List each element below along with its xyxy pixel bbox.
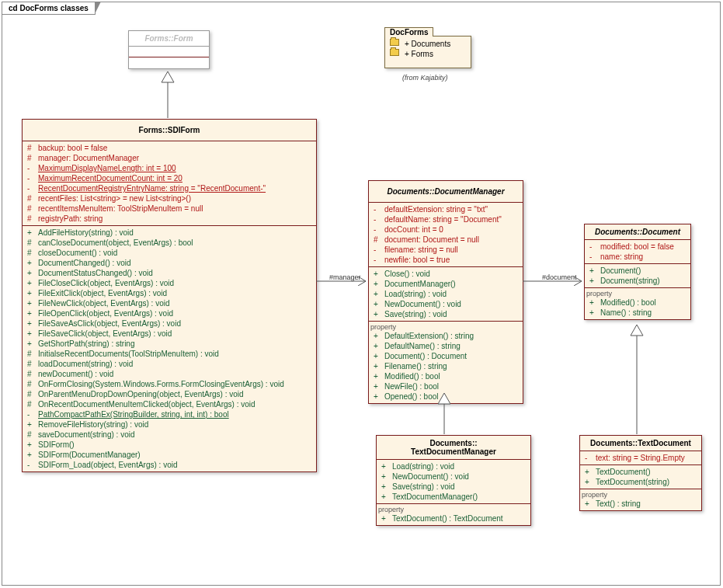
member-row: #loadDocument(string) : void <box>27 359 311 369</box>
member-row: +FileExitClick(object, EventArgs) : void <box>27 288 311 298</box>
member-row: -MaximumRecentDocumentCount: int = 20 <box>27 173 311 183</box>
property-label: property <box>370 323 518 331</box>
member-row: +Opened() : bool <box>374 391 518 402</box>
member-row: +DefaultExtension() : string <box>374 331 518 341</box>
member-row: -MaximumDisplayNameLength: int = 100 <box>27 163 311 173</box>
member-row: +TextDocumentManager() <box>381 492 526 502</box>
class-title: Forms::SDIForm <box>23 120 316 141</box>
member-row: +Save(string) : void <box>381 482 526 492</box>
role-manager-label: #manager <box>329 273 361 281</box>
member-row: +FileNewClick(object, EventArgs) : void <box>27 298 311 308</box>
member-row: +Modified() : bool <box>589 297 686 308</box>
member-row: #manager: DocumentManager <box>27 153 311 163</box>
member-row: +DocumentManager() <box>374 279 518 289</box>
member-row: #OnRecentDocumentMenuItemClicked(object,… <box>27 399 311 409</box>
member-row: +TextDocument() <box>585 467 697 477</box>
member-row: -PathCompactPathEx(StringBuilder, string… <box>27 409 311 419</box>
member-row: +FileSaveClick(object, EventArgs) : void <box>27 329 311 339</box>
member-row: +Document(string) <box>589 276 686 286</box>
member-row: +FileCloseClick(object, EventArgs) : voi… <box>27 278 311 288</box>
class-title: Documents::DocumentManager <box>369 181 523 203</box>
member-row: #document: Document = null <box>374 235 518 245</box>
diagram-title-tab: cd DocForms classes <box>2 2 96 15</box>
member-row: +GetShortPath(string) : string <box>27 339 311 349</box>
package-item: + Documents <box>390 39 466 49</box>
class-sdiform: Forms::SDIForm #backup: bool = false#man… <box>22 119 317 472</box>
diagram-title: cd DocForms classes <box>9 4 89 12</box>
member-row: +Close() : void <box>374 269 518 279</box>
folder-icon <box>390 49 399 56</box>
member-row: +Name() : string <box>589 308 686 318</box>
member-row: +NewFile() : bool <box>374 381 518 391</box>
member-row: +DocumentChanged() : void <box>27 258 311 268</box>
member-row: #registryPath: string <box>27 214 311 224</box>
member-row: +SDIForm() <box>27 440 311 450</box>
member-row: +NewDocument() : void <box>381 471 526 482</box>
member-row: -defaultExtension: string = "txt" <box>374 204 518 214</box>
property-label: property <box>582 491 697 499</box>
class-forms-form: Forms::Form <box>128 30 210 69</box>
package-from-label: (from Kajabity) <box>402 74 448 82</box>
member-row: #canCloseDocument(object, EventArgs) : b… <box>27 238 311 248</box>
property-label: property <box>586 290 686 297</box>
member-row: +Load(string) : void <box>381 461 526 471</box>
package-docforms: DocForms + Documents + Forms <box>384 36 471 68</box>
member-row: #InitialseRecentDocuments(ToolStripMenuI… <box>27 349 311 359</box>
member-row: +Load(string) : void <box>374 289 518 299</box>
class-documentmanager: Documents::DocumentManager -defaultExten… <box>368 180 523 404</box>
member-row: -modified: bool = false <box>589 242 686 252</box>
class-title: Documents::Document <box>585 224 690 240</box>
diagram-frame: cd DocForms classes Forms::Form DocForms… <box>2 2 721 586</box>
member-row: #newDocument() : void <box>27 369 311 379</box>
member-row: -text: string = String.Empty <box>585 453 697 463</box>
member-row: +Modified() : bool <box>374 371 518 381</box>
member-row: -filename: string = null <box>374 245 518 255</box>
member-row: #OnFormClosing(System.Windows.Forms.Form… <box>27 379 311 389</box>
member-row: -name: string <box>589 252 686 262</box>
member-row: +RemoveFileHistory(string) : void <box>27 419 311 430</box>
member-row: +Text() : string <box>585 499 697 509</box>
member-row: #backup: bool = false <box>27 143 311 153</box>
member-row: -newfile: bool = true <box>374 255 518 265</box>
property-label: property <box>378 506 526 513</box>
member-row: +NewDocument() : void <box>374 299 518 309</box>
member-row: +AddFileHistory(string) : void <box>27 228 311 238</box>
member-row: +Filename() : string <box>374 361 518 371</box>
class-title: Documents:: TextDocumentManager <box>377 436 530 460</box>
member-row: -docCount: int = 0 <box>374 224 518 235</box>
member-row: +DefaultName() : string <box>374 341 518 351</box>
class-document: Documents::Document -modified: bool = fa… <box>584 224 691 320</box>
member-row: +SDIForm(DocumentManager) <box>27 450 311 460</box>
member-row: +TextDocument() : TextDocument <box>381 513 526 524</box>
member-row: +TextDocument(string) <box>585 477 697 487</box>
member-row: -defaultName: string = "Document" <box>374 214 518 224</box>
class-title: Documents::TextDocument <box>580 436 701 451</box>
class-title: Forms::Form <box>129 31 209 47</box>
member-row: -RecentDocumentRegistryEntryName: string… <box>27 183 311 193</box>
class-textdocument: Documents::TextDocument -text: string = … <box>579 435 702 511</box>
member-row: #saveDocument(string) : void <box>27 430 311 440</box>
package-tab: DocForms <box>384 27 433 37</box>
package-item: + Forms <box>390 49 466 59</box>
member-row: #recentItemsMenuItem: ToolStripMenuItem … <box>27 204 311 214</box>
member-row: +Document() <box>589 266 686 276</box>
member-row: -SDIForm_Load(object, EventArgs) : void <box>27 460 311 470</box>
folder-icon <box>390 39 399 46</box>
member-row: +FileOpenClick(object, EventArgs) : void <box>27 308 311 318</box>
member-row: +Document() : Document <box>374 351 518 361</box>
member-row: #OnParentMenuDropDownOpening(object, Eve… <box>27 389 311 399</box>
member-row: #recentFiles: List<string> = new List<st… <box>27 193 311 204</box>
member-row: +FileSaveAsClick(object, EventArgs) : vo… <box>27 318 311 329</box>
class-textdocumentmanager: Documents:: TextDocumentManager +Load(st… <box>376 435 531 526</box>
role-document-label: #document <box>542 273 577 281</box>
member-row: +DocumentStatusChanged() : void <box>27 268 311 278</box>
member-row: +Save(string) : void <box>374 309 518 319</box>
member-row: #closeDocument() : void <box>27 248 311 258</box>
